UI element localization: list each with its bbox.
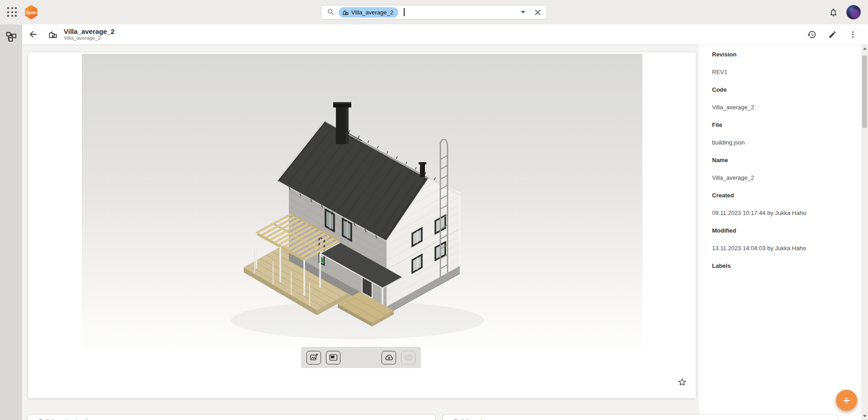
field-label: Code: [712, 86, 861, 93]
page-header: Villa_average_2 Villa_average_2: [22, 24, 868, 44]
chevron-down-icon[interactable]: [521, 11, 525, 14]
details-panel: Revision REV1 Code Villa_average_2 File …: [699, 44, 861, 420]
field-label: File: [712, 121, 861, 129]
field-value: REV1: [712, 69, 861, 76]
sync-logo[interactable]: Sync: [24, 5, 38, 19]
app-launcher-icon[interactable]: [5, 5, 19, 19]
thumbnail-icon: [329, 353, 338, 362]
clear-search-icon[interactable]: [534, 9, 541, 16]
card-title: Building site details: [39, 418, 91, 420]
scrollbar-thumb[interactable]: [862, 56, 867, 128]
page-title: Villa_average_2: [64, 28, 114, 35]
add-image-icon: [309, 353, 319, 362]
search-chip-label: Villa_average_2: [351, 9, 393, 16]
cloud-download-icon: [384, 353, 394, 362]
viewer-toolbar: [301, 347, 421, 368]
building-3d-render: [82, 54, 642, 348]
back-arrow-icon[interactable]: [28, 29, 38, 39]
visibility-button[interactable]: [401, 351, 415, 364]
field-label: Revision: [712, 51, 861, 58]
card-title: Building size: [454, 418, 488, 420]
building-icon: [48, 29, 58, 39]
field-label: Labels: [712, 262, 861, 270]
search-input[interactable]: Villa_average_2: [321, 5, 547, 19]
topbar-right: [829, 5, 868, 19]
left-sidebar: [0, 24, 22, 420]
building-icon: [342, 9, 349, 16]
field-value: Villa_average_2: [712, 174, 861, 182]
field-value: Villa_average_2: [712, 104, 861, 111]
scroll-down-icon[interactable]: [861, 413, 868, 419]
add-image-button[interactable]: [307, 351, 321, 364]
model-card: [28, 52, 696, 398]
sync-logo-text: Sync: [25, 10, 37, 15]
search-icon: [327, 8, 335, 16]
more-menu-icon[interactable]: [849, 30, 857, 39]
set-thumbnail-button[interactable]: [326, 351, 340, 364]
edit-pencil-icon[interactable]: [828, 30, 837, 39]
text-cursor: [404, 8, 405, 16]
scroll-up-icon[interactable]: [861, 45, 868, 51]
page-subtitle: Villa_average_2: [64, 35, 114, 41]
page-scrollbar[interactable]: [861, 44, 868, 420]
building-3d-viewer[interactable]: [82, 54, 642, 348]
app-window: Sync Villa_average_2: [0, 0, 868, 420]
add-fab-button[interactable]: +: [836, 390, 857, 411]
field-label: Created: [712, 192, 861, 199]
content-area: Revision REV1 Code Villa_average_2 File …: [22, 44, 868, 420]
building-size-card[interactable]: Building size: [443, 415, 837, 420]
field-label: Modified: [712, 227, 861, 234]
user-avatar[interactable]: [846, 5, 861, 19]
field-value: 13.11.2023 14:04:03 by Jukka Haho: [712, 245, 861, 252]
favorite-star-icon[interactable]: [677, 377, 687, 387]
notifications-bell-icon[interactable]: [829, 8, 838, 17]
building-site-details-card[interactable]: Building site details: [28, 415, 435, 420]
cloud-download-button[interactable]: [382, 351, 396, 364]
field-value: building.json: [712, 139, 861, 146]
top-bar: Sync Villa_average_2: [0, 0, 868, 24]
history-icon[interactable]: [807, 30, 816, 39]
eye-icon: [404, 353, 413, 362]
field-value: [712, 280, 861, 287]
hierarchy-tree-icon[interactable]: [0, 31, 22, 42]
field-label: Name: [712, 157, 861, 164]
search-filter-chip[interactable]: Villa_average_2: [339, 7, 398, 18]
field-value: 09.11.2023 10:17:44 by Jukka Haho: [712, 210, 861, 217]
